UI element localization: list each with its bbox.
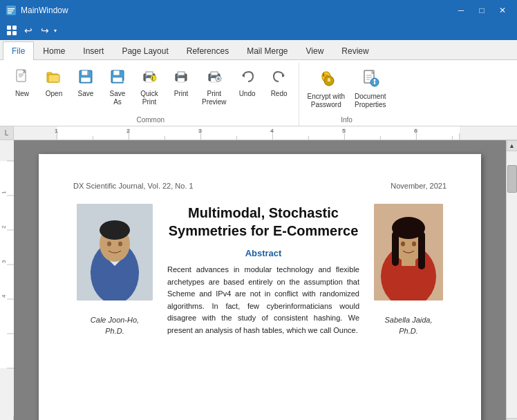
common-group-items: New Open (7, 63, 294, 115)
svg-rect-35 (211, 72, 218, 75)
ribbon-tab-bar: File Home Insert Page Layout References … (0, 40, 517, 60)
save-as-label: Save As (110, 90, 126, 106)
abstract-text: Recent advances in modular technology an… (167, 264, 359, 337)
tab-page-layout[interactable]: Page Layout (113, 41, 177, 60)
svg-text:+: + (122, 79, 126, 85)
svg-rect-22 (113, 77, 122, 82)
document-page: DX Scientific Journal, Vol. 22, No. 1 No… (39, 154, 481, 420)
undo-icon (239, 68, 256, 88)
author-right: Sabella Jaida, Ph.D. (370, 204, 446, 337)
info-group-label: Info (303, 115, 391, 126)
tab-references[interactable]: References (178, 41, 238, 60)
svg-rect-91 (91, 266, 139, 278)
open-button[interactable]: Open (39, 66, 69, 101)
svg-rect-104 (418, 231, 425, 269)
tab-insert[interactable]: Insert (74, 41, 113, 60)
document-content: DX Scientific Journal, Vol. 22, No. 1 No… (14, 140, 506, 420)
open-label: Open (46, 90, 62, 98)
document-properties-icon (361, 68, 380, 90)
qa-redo-button[interactable]: ↪ (37, 23, 53, 38)
common-group-label: Common (7, 115, 294, 126)
svg-rect-54 (374, 82, 375, 84)
tab-mail-merge[interactable]: Mail Merge (238, 41, 297, 60)
svg-point-106 (412, 242, 416, 247)
encrypt-password-label: Encrypt with Password (308, 93, 345, 109)
ruler-row: L 1 2 3 4 5 6 (0, 126, 517, 140)
document-properties-label: Document Properties (355, 93, 386, 109)
tab-review[interactable]: Review (332, 41, 377, 60)
svg-rect-3 (8, 12, 12, 14)
open-icon (46, 68, 62, 88)
abstract-heading: Abstract (167, 248, 359, 258)
svg-point-53 (373, 79, 375, 82)
qa-undo-button[interactable]: ↩ (21, 23, 36, 38)
author-left-photo (77, 204, 153, 300)
svg-rect-18 (81, 77, 91, 82)
tab-view[interactable]: View (297, 41, 333, 60)
svg-text:4: 4 (270, 128, 274, 134)
svg-rect-103 (392, 231, 399, 266)
undo-ribbon-button[interactable]: Undo (232, 66, 263, 101)
quick-print-button[interactable]: ! Quick Print (134, 66, 164, 109)
svg-rect-32 (178, 78, 185, 82)
svg-text:2: 2 (1, 225, 7, 229)
svg-point-39 (217, 77, 220, 80)
save-icon (77, 68, 94, 88)
window-controls: ─ □ ✕ (452, 3, 511, 17)
vertical-scrollbar[interactable]: ▲ ▼ (506, 140, 517, 420)
svg-text:3: 3 (1, 260, 7, 263)
document-area: 1 2 3 4 DX Scientific Journal, Vol. 22, … (0, 140, 517, 420)
author-right-caption: Sabella Jaida, Ph.D. (384, 305, 432, 336)
redo-ribbon-button[interactable]: Redo (264, 66, 294, 101)
print-button[interactable]: Print (166, 66, 196, 101)
qa-dropdown-button[interactable]: ▾ (54, 28, 57, 34)
author-right-photo (374, 204, 443, 300)
minimize-button[interactable]: ─ (452, 3, 470, 17)
save-as-button[interactable]: + Save As (102, 66, 133, 109)
save-label: Save (78, 90, 94, 98)
ruler-corner: L (0, 126, 14, 140)
scroll-thumb-v[interactable] (507, 165, 517, 193)
publication-date: November, 2021 (391, 182, 446, 190)
svg-rect-33 (177, 75, 179, 77)
scroll-track-v[interactable] (507, 151, 517, 418)
author-left-caption: Cale Joon-Ho, Ph.D. (91, 305, 139, 336)
new-button[interactable]: New (7, 66, 37, 101)
journal-title: DX Scientific Journal, Vol. 22, No. 1 (73, 182, 194, 190)
svg-text:1: 1 (1, 191, 7, 194)
svg-rect-25 (146, 72, 153, 75)
save-as-icon: + (109, 68, 126, 88)
title-bar: MainWindow ─ □ ✕ (0, 0, 517, 21)
author-left: Cale Joon-Ho, Ph.D. (73, 204, 156, 337)
new-icon (14, 68, 30, 88)
svg-rect-56 (57, 126, 459, 140)
page-header: DX Scientific Journal, Vol. 22, No. 1 No… (73, 182, 446, 190)
quick-print-icon: ! (141, 68, 158, 88)
svg-rect-19 (87, 71, 88, 75)
app-icon (6, 5, 17, 16)
svg-rect-5 (12, 26, 17, 30)
tab-file[interactable]: File (3, 41, 34, 60)
document-properties-button[interactable]: Document Properties (350, 66, 391, 112)
close-button[interactable]: ✕ (494, 3, 511, 17)
paper-main: Multimodal, Stochastic Symmetries for E-… (167, 204, 359, 337)
maximize-button[interactable]: □ (473, 3, 491, 17)
new-label: New (15, 90, 29, 98)
encrypt-password-button[interactable]: Encrypt with Password (303, 66, 349, 112)
redo-icon (271, 68, 288, 88)
svg-text:6: 6 (414, 128, 417, 134)
tab-home[interactable]: Home (34, 41, 74, 60)
ruler-vertical: 1 2 3 4 (0, 140, 14, 420)
svg-text:4: 4 (1, 294, 7, 298)
scroll-up-button[interactable]: ▲ (507, 140, 518, 151)
svg-text:1: 1 (55, 128, 58, 134)
save-button[interactable]: Save (70, 66, 101, 101)
quick-access-toolbar: ↩ ↪ ▾ (0, 21, 517, 40)
svg-point-105 (401, 242, 405, 247)
print-preview-button[interactable]: Print Preview (198, 66, 231, 109)
qa-grid-icon[interactable] (4, 23, 19, 38)
svg-rect-17 (82, 70, 88, 75)
undo-label: Undo (239, 90, 256, 98)
paper-content: Cale Joon-Ho, Ph.D. Multimodal, Stochast… (73, 204, 446, 337)
svg-text:!: ! (152, 76, 153, 81)
